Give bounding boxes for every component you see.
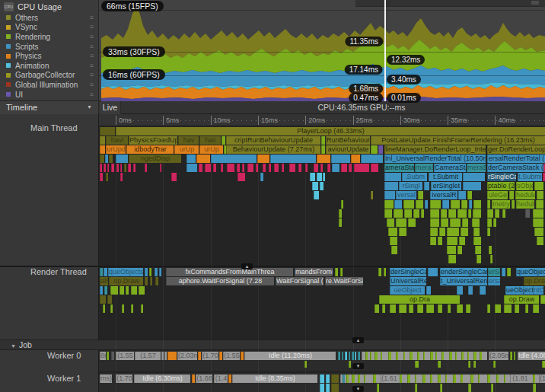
timeline-bar[interactable] <box>467 352 469 360</box>
timeline-bar[interactable]: t.Submi <box>518 173 542 181</box>
timeline-bar[interactable] <box>475 246 481 254</box>
timeline-bar[interactable] <box>473 209 481 218</box>
timeline-bar[interactable] <box>141 304 143 313</box>
timeline-bar[interactable] <box>396 218 406 227</box>
job-group-header[interactable]: ▼Job <box>0 339 545 350</box>
timeline-bar[interactable] <box>228 374 231 383</box>
timeline-bar[interactable] <box>448 209 456 218</box>
timeline-bar[interactable]: iversalR <box>430 191 457 199</box>
timeline-bar[interactable] <box>438 361 441 368</box>
timeline-bar[interactable] <box>349 164 352 172</box>
graph-scroll-thumb[interactable] <box>531 1 539 5</box>
timeline-bar[interactable] <box>425 200 428 209</box>
timeline-bar[interactable]: hedule <box>516 200 534 209</box>
timeline-bar[interactable] <box>461 374 463 383</box>
timeline-bar[interactable] <box>326 374 330 383</box>
timeline-bar[interactable] <box>341 164 347 172</box>
timeline-bar[interactable] <box>160 164 161 172</box>
timeline-bar[interactable] <box>457 304 463 313</box>
timeline-bar[interactable]: ersal <box>488 277 500 285</box>
timeline-bar[interactable] <box>407 374 410 383</box>
timeline-bar[interactable] <box>430 218 439 227</box>
timeline-bar[interactable] <box>120 164 122 172</box>
timeline-bar[interactable] <box>415 384 417 392</box>
timeline-bar[interactable] <box>384 182 398 190</box>
timeline-bar[interactable] <box>274 164 279 172</box>
timeline-bar[interactable]: (1.70 <box>202 352 218 360</box>
collapse-button[interactable]: ▼ <box>352 363 364 369</box>
timeline-bar[interactable] <box>466 304 470 313</box>
timeline-bar[interactable] <box>470 374 473 383</box>
timeline-bar[interactable]: aviourUpdate <box>326 145 370 154</box>
timeline-bar[interactable] <box>120 286 124 295</box>
timeline-bar[interactable]: ameraSta <box>384 164 414 172</box>
timeline-bar[interactable]: Idle (4.08 <box>518 352 545 360</box>
timeline-bar[interactable] <box>496 374 499 383</box>
timeline-bar[interactable]: hav <box>199 136 221 145</box>
timeline-bar[interactable] <box>111 164 114 172</box>
timeline-bar[interactable] <box>463 173 485 181</box>
timeline-bar[interactable]: op.Dra <box>379 295 460 304</box>
time-ruler[interactable]: 0ms5ms10ms15ms20ms25ms30ms35ms40ms <box>99 114 545 126</box>
timeline-bar[interactable]: erSinglet <box>431 182 461 190</box>
timeline-bar[interactable] <box>320 182 323 190</box>
timeline-bar[interactable] <box>167 352 177 360</box>
timeline-bar[interactable] <box>219 352 222 360</box>
timeline-bar[interactable] <box>304 361 307 368</box>
timeline-bar[interactable] <box>120 173 123 181</box>
timeline-bar[interactable]: ptable (2 <box>487 182 515 190</box>
timeline-bar[interactable] <box>314 164 318 172</box>
timeline-bar[interactable] <box>533 304 539 313</box>
drag-handle-icon[interactable]: ≡ <box>90 33 94 40</box>
timeline-bar[interactable] <box>131 286 137 295</box>
drag-handle-icon[interactable]: ≡ <box>90 24 94 30</box>
timeline-bar[interactable]: Idle (6.30ms) <box>134 374 190 383</box>
timeline-bar[interactable] <box>430 237 436 245</box>
timeline-bar[interactable]: meraS <box>415 164 433 172</box>
timeline-bar[interactable] <box>128 164 131 172</box>
timeline-bar[interactable] <box>391 246 397 254</box>
timeline-bar[interactable]: derCameraStack ( <box>487 164 543 172</box>
timeline-bar[interactable] <box>489 246 492 254</box>
timeline-bar[interactable] <box>122 304 124 313</box>
timeline-bar[interactable]: hav <box>178 136 199 145</box>
timeline-bar[interactable] <box>371 145 378 154</box>
timeline-bar[interactable]: uleGe <box>487 191 508 199</box>
timeline-bar[interactable] <box>198 352 201 360</box>
timeline-bar[interactable] <box>145 268 148 276</box>
timeline-bar[interactable] <box>211 155 257 163</box>
timeline-bar[interactable]: fxCommandsFromMainThrea <box>166 268 293 276</box>
timeline-bar[interactable]: enderSingleCam <box>440 268 487 276</box>
timeline-bar[interactable]: metry <box>492 200 510 209</box>
timeline-bar[interactable] <box>451 200 460 209</box>
timeline-bar[interactable] <box>186 155 196 163</box>
timeline-bar[interactable]: (1.4 <box>214 374 228 383</box>
timeline-bar[interactable] <box>341 200 343 209</box>
timeline-bar[interactable] <box>335 268 338 276</box>
timeline-bar[interactable] <box>467 191 472 199</box>
timeline-bar[interactable] <box>430 209 439 218</box>
timeline-bar[interactable] <box>100 173 103 181</box>
collapse-button[interactable]: ▲ <box>241 263 253 269</box>
timeline-bar[interactable] <box>423 352 425 360</box>
timeline-bar[interactable] <box>430 352 433 360</box>
timeline-bar[interactable]: (2.05n <box>489 352 508 360</box>
timeline-bar[interactable] <box>349 361 351 368</box>
timeline-bar[interactable]: op.Draw <box>524 277 545 285</box>
drag-handle-icon[interactable]: ≡ <box>90 72 94 78</box>
timeline-bar[interactable] <box>149 268 151 276</box>
timeline-bar[interactable] <box>449 352 452 360</box>
timeline-bar[interactable] <box>480 352 482 360</box>
timeline-bar[interactable] <box>260 173 263 181</box>
timeline-bar[interactable] <box>536 200 543 209</box>
timeline-bar[interactable]: idbodyTrar <box>126 145 174 154</box>
timeline-bar[interactable] <box>493 218 496 227</box>
timeline-bar[interactable] <box>205 164 211 172</box>
timeline-bar[interactable] <box>457 286 463 295</box>
timeline-bar[interactable] <box>103 304 105 313</box>
timeline-bar[interactable] <box>415 374 416 383</box>
timeline-bar[interactable] <box>399 228 406 236</box>
timeline-bar[interactable] <box>461 228 468 236</box>
timeline-bar[interactable] <box>100 268 103 276</box>
timeline-bar[interactable] <box>430 374 432 383</box>
